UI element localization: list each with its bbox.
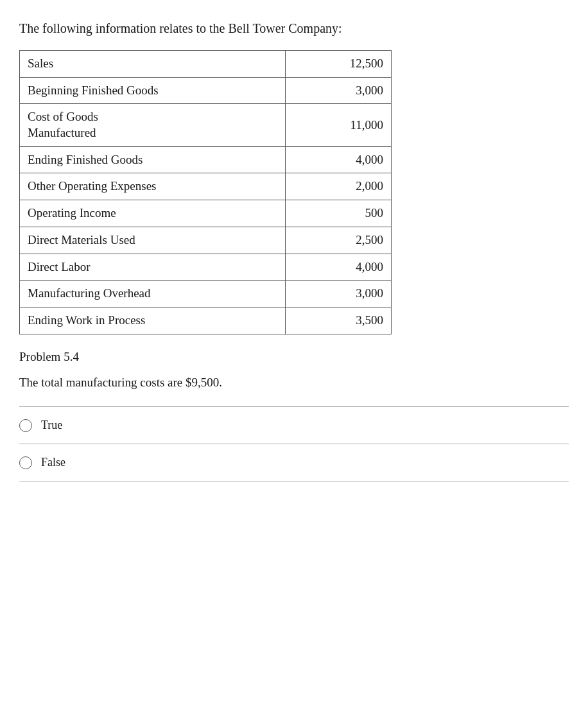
option-row-true[interactable]: True — [19, 406, 569, 444]
table-value-cell: 3,000 — [285, 77, 391, 104]
question-text: The total manufacturing costs are $9,500… — [19, 374, 569, 392]
table-row: Ending Work in Process3,500 — [20, 307, 392, 334]
table-row: Direct Labor4,000 — [20, 254, 392, 281]
table-label-cell: Ending Finished Goods — [20, 146, 286, 173]
table-value-cell: 3,000 — [285, 281, 391, 307]
radio-false[interactable] — [19, 456, 32, 469]
option-label-true: True — [41, 419, 62, 432]
option-row-false[interactable]: False — [19, 444, 569, 481]
table-value-cell: 4,000 — [285, 146, 391, 173]
table-row: Sales12,500 — [20, 51, 392, 78]
table-label-cell: Direct Labor — [20, 254, 286, 281]
table-row: Operating Income500 — [20, 200, 392, 227]
radio-true[interactable] — [19, 419, 32, 432]
table-value-cell: 11,000 — [285, 104, 391, 146]
table-value-cell: 2,500 — [285, 227, 391, 254]
option-label-false: False — [41, 456, 65, 469]
table-value-cell: 4,000 — [285, 254, 391, 281]
table-row: Direct Materials Used2,500 — [20, 227, 392, 254]
data-table: Sales12,500Beginning Finished Goods3,000… — [19, 50, 392, 334]
table-label-cell: Ending Work in Process — [20, 307, 286, 334]
table-label-cell: Beginning Finished Goods — [20, 77, 286, 104]
table-row: Ending Finished Goods4,000 — [20, 146, 392, 173]
table-row: Cost of GoodsManufactured11,000 — [20, 104, 392, 146]
table-value-cell: 3,500 — [285, 307, 391, 334]
table-label-cell: Direct Materials Used — [20, 227, 286, 254]
table-label-cell: Cost of GoodsManufactured — [20, 104, 286, 146]
intro-text: The following information relates to the… — [19, 19, 569, 37]
table-label-cell: Other Operating Expenses — [20, 173, 286, 200]
table-row: Other Operating Expenses2,000 — [20, 173, 392, 200]
table-value-cell: 2,000 — [285, 173, 391, 200]
table-label-cell: Sales — [20, 51, 286, 78]
problem-label: Problem 5.4 — [19, 350, 569, 364]
table-value-cell: 12,500 — [285, 51, 391, 78]
table-value-cell: 500 — [285, 200, 391, 227]
table-row: Beginning Finished Goods3,000 — [20, 77, 392, 104]
table-label-cell: Manufacturing Overhead — [20, 281, 286, 307]
table-row: Manufacturing Overhead3,000 — [20, 281, 392, 307]
table-label-cell: Operating Income — [20, 200, 286, 227]
